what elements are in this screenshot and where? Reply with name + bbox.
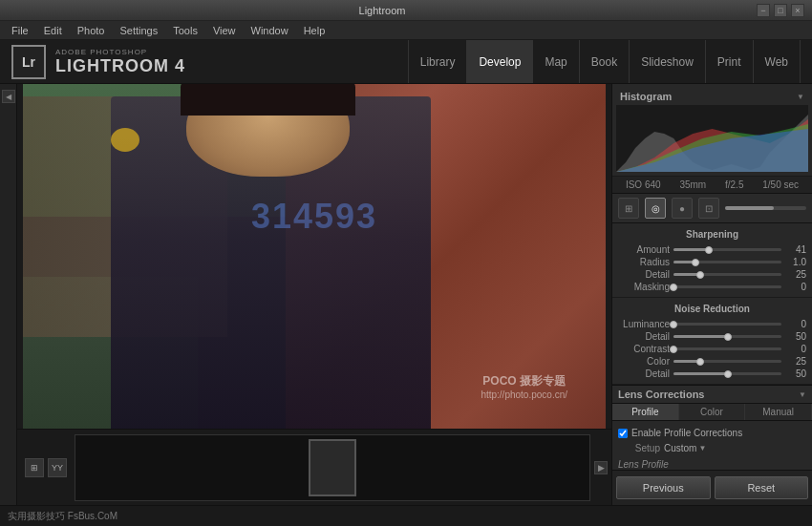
tab-slideshow[interactable]: Slideshow [630, 40, 706, 83]
noise-luminance-thumb [670, 321, 677, 328]
tab-map[interactable]: Map [533, 40, 579, 83]
lr-brand-top: ADOBE PHOTOSHOP [55, 48, 185, 56]
enable-profile-checkbox[interactable] [618, 429, 628, 438]
noise-contrast-label: Contrast [618, 344, 670, 354]
menu-edit[interactable]: Edit [36, 21, 70, 39]
status-text: 实用摄影技巧 FsBus.CoM [8, 510, 118, 523]
menu-help[interactable]: Help [296, 21, 333, 39]
tool-dot[interactable]: ● [672, 198, 693, 219]
tab-print[interactable]: Print [706, 40, 754, 83]
noise-luminance-slider[interactable] [673, 323, 781, 326]
close-button[interactable]: × [791, 4, 804, 17]
title-bar-title: Lightroom [8, 5, 757, 16]
filmstrip-view-btn[interactable]: ⊞ [25, 458, 44, 477]
status-bar: 实用摄影技巧 FsBus.CoM [0, 505, 812, 526]
noise-reduction-title: Noise Reduction [612, 302, 812, 318]
menu-window[interactable]: Window [244, 21, 296, 39]
left-panel-toggle[interactable]: ◀ [2, 90, 15, 103]
sharpening-amount-label: Amount [618, 244, 670, 255]
nav-tabs: Library Develop Map Book Slideshow Print… [408, 40, 801, 83]
sharpening-masking-slider[interactable] [673, 285, 781, 288]
menu-settings[interactable]: Settings [112, 21, 165, 39]
noise-reduction-section: Noise Reduction Luminance 0 Detail 50 Co… [612, 298, 812, 385]
histogram-svg [616, 105, 808, 172]
noise-color-detail-slider[interactable] [673, 372, 781, 375]
noise-color-detail-label: Detail [618, 368, 670, 379]
lr-logo: Lr [11, 45, 46, 79]
sharpening-masking-row: Masking 0 [612, 281, 812, 293]
watermark-line2: http://photo.poco.cn/ [481, 389, 567, 400]
setup-value-container: Custom ▼ [664, 443, 806, 453]
lens-profile-title: Lens Profile [618, 455, 806, 470]
enable-profile-label: Enable Profile Corrections [631, 428, 742, 438]
setup-label: Setup [618, 443, 660, 453]
lens-tab-color[interactable]: Color [679, 404, 746, 420]
camera-aperture: f/2.5 [725, 179, 743, 190]
watermark-overlay: 314593 [251, 197, 377, 237]
sharpening-masking-label: Masking [618, 282, 670, 292]
tool-circle[interactable]: ◎ [645, 198, 666, 219]
noise-color-thumb [696, 358, 704, 366]
tool-square[interactable]: ⊡ [698, 198, 719, 219]
noise-color-detail-row: Detail 50 [612, 368, 812, 380]
menu-photo[interactable]: Photo [70, 21, 113, 39]
lens-tab-profile[interactable]: Profile [612, 404, 679, 420]
tab-library[interactable]: Library [408, 40, 468, 83]
filmstrip-arrow-right[interactable]: ▶ [594, 461, 608, 474]
tab-book[interactable]: Book [580, 40, 630, 83]
noise-color-row: Color 25 [612, 355, 812, 368]
sharpening-radius-slider[interactable] [673, 261, 781, 263]
maximize-button[interactable]: □ [774, 4, 787, 17]
noise-detail-row: Detail 50 [612, 330, 812, 343]
menu-tools[interactable]: Tools [165, 21, 205, 39]
tab-web[interactable]: Web [754, 40, 801, 83]
sharpening-detail-slider[interactable] [673, 273, 781, 276]
tool-grid[interactable]: ⊞ [618, 198, 639, 219]
sharpening-masking-value: 0 [785, 282, 806, 292]
main-photo: 314593 POCO 摄影专题 http://photo.poco.cn/ [23, 84, 606, 429]
noise-luminance-value: 0 [785, 319, 806, 329]
noise-color-slider[interactable] [673, 360, 781, 363]
noise-contrast-value: 0 [785, 344, 806, 354]
watermark-line1: POCO 摄影专题 [481, 373, 567, 389]
noise-luminance-row: Luminance 0 [612, 318, 812, 330]
tab-develop[interactable]: Develop [467, 40, 533, 83]
tool-slider[interactable] [725, 206, 806, 210]
previous-button[interactable]: Previous [616, 476, 711, 499]
lens-corrections-arrow: ▼ [799, 390, 806, 399]
menu-bar: File Edit Photo Settings Tools View Wind… [0, 21, 812, 40]
sharpening-radius-label: Radius [618, 257, 670, 267]
sharpening-radius-row: Radius 1.0 [612, 256, 812, 268]
filmstrip-area [75, 434, 590, 501]
lens-corrections-title: Lens Corrections [618, 389, 704, 400]
noise-detail-slider[interactable] [673, 335, 781, 338]
menu-file[interactable]: File [4, 21, 36, 39]
filmstrip-sort-btn[interactable]: YY [48, 458, 67, 477]
sharpening-detail-label: Detail [618, 269, 670, 280]
sharpening-title: Sharpening [612, 227, 812, 243]
setup-dropdown-icon[interactable]: ▼ [698, 444, 706, 452]
top-header: Lr ADOBE PHOTOSHOP LIGHTROOM 4 Library D… [0, 40, 812, 84]
main-area: ◀ [0, 84, 812, 505]
filmstrip-thumb[interactable] [309, 439, 356, 496]
noise-color-detail-fill [673, 372, 728, 375]
right-panel: Histogram ▼ ISO 640 35mm f/2.5 [611, 84, 812, 505]
lens-tab-manual[interactable]: Manual [745, 404, 812, 420]
noise-detail-label: Detail [618, 331, 670, 342]
lr-logo-text: Lr [22, 54, 35, 70]
reset-button[interactable]: Reset [715, 476, 809, 499]
enable-profile-row: Enable Profile Corrections [618, 425, 806, 441]
minimize-button[interactable]: − [757, 4, 770, 17]
menu-view[interactable]: View [205, 21, 244, 39]
sharpening-detail-row: Detail 25 [612, 268, 812, 281]
noise-contrast-slider[interactable] [673, 347, 781, 350]
sharpening-radius-value: 1.0 [785, 257, 806, 267]
title-bar-controls: − □ × [757, 4, 804, 17]
title-bar: Lightroom − □ × [0, 0, 812, 21]
filmstrip: ⊞ YY ▶ [17, 429, 611, 505]
camera-info: ISO 640 35mm f/2.5 1/50 sec [612, 177, 812, 194]
filmstrip-controls: ⊞ YY [21, 458, 71, 477]
sharpening-amount-slider[interactable] [673, 248, 781, 251]
lens-corrections-section: Lens Corrections ▼ Profile Color Manual … [612, 385, 812, 470]
lr-brand: ADOBE PHOTOSHOP LIGHTROOM 4 [55, 48, 185, 76]
